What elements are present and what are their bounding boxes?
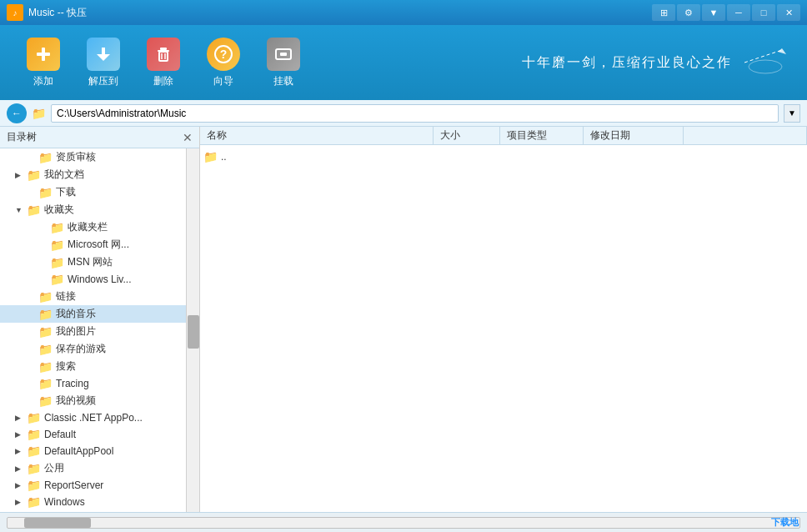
tree-item-windows[interactable]: ▶ 📁 Windows [0,494,199,510]
svg-rect-10 [280,53,287,56]
svg-rect-1 [37,53,50,56]
svg-text:?: ? [220,48,228,61]
guide-icon: ? [207,38,240,71]
col-date-header: 修改日期 [584,127,684,144]
tree-item-zizhishenhe[interactable]: 📁 资质审核 [0,148,199,166]
mount-label: 挂载 [273,74,293,88]
col-type-header: 项目类型 [500,127,584,144]
file-list-header: 名称 大小 项目类型 修改日期 [200,127,807,145]
back-button[interactable]: ← [7,103,27,123]
svg-point-13 [749,60,782,73]
extract-button[interactable]: 解压到 [77,33,130,93]
parent-folder-icon: 📁 [203,150,218,163]
col-name-header: 名称 [200,127,434,144]
tree-item-default[interactable]: ▶ 📁 Default [0,426,199,443]
window-controls: ⊞ ⚙ ▼ ─ □ ✕ [652,4,800,21]
tree-item-tracing[interactable]: 📁 Tracing [0,375,199,392]
toolbar: 添加 解压到 删除 [0,25,807,100]
file-item-parent[interactable]: 📁 .. [200,148,807,165]
sidebar-scroll-thumb [188,315,199,349]
svg-rect-2 [160,48,167,50]
extract-label: 解压到 [88,74,118,88]
sidebar-content[interactable]: 📁 资质审核 ▶ 📁 我的文档 📁 下载 ▼ 📁 收藏夹 📁 收藏 [0,148,199,512]
file-list: 名称 大小 项目类型 修改日期 📁 .. [200,127,807,512]
svg-marker-12 [778,48,786,54]
sidebar-header: 目录树 ✕ [0,127,199,148]
minimize-button[interactable]: ─ [727,4,750,21]
restore-button[interactable]: □ [752,4,775,21]
tree-item-wodewenjian[interactable]: ▶ 📁 我的文档 [0,166,199,183]
add-icon [27,38,60,71]
main-area: 目录树 ✕ 📁 资质审核 ▶ 📁 我的文档 📁 下载 ▼ 📁 [0,127,807,512]
sidebar: 目录树 ✕ 📁 资质审核 ▶ 📁 我的文档 📁 下载 ▼ 📁 [0,127,200,512]
brand-area: 十年磨一剑，压缩行业良心之作 [522,42,790,83]
status-bar: 下载地 [0,512,807,532]
tree-item-lianjie[interactable]: 📁 链接 [0,288,199,305]
address-input[interactable] [51,104,779,123]
guide-label: 向导 [213,74,233,88]
folder-icon: 📁 [32,107,46,120]
extract-icon [87,38,120,71]
add-button[interactable]: 添加 [17,33,70,93]
brand-plane-icon [740,42,790,83]
apps-button[interactable]: ⊞ [652,4,675,21]
delete-label: 删除 [153,74,173,88]
svg-line-11 [744,50,782,63]
sidebar-scrollbar[interactable] [186,148,199,512]
delete-icon [147,38,180,71]
tree-item-windowsliv[interactable]: 📁 Windows Liv... [0,271,199,288]
tree-item-shoucangJia[interactable]: ▼ 📁 收藏夹 [0,201,199,218]
arrow-button[interactable]: ▼ [702,4,725,21]
parent-folder-name: .. [221,151,227,163]
tree-item-sousuo[interactable]: 📁 搜索 [0,358,199,375]
horizontal-scrollbar[interactable] [7,517,800,529]
settings-button[interactable]: ⚙ [677,4,700,21]
tree-item-gongyong[interactable]: ▶ 📁 公用 [0,459,199,477]
file-list-content: 📁 .. [200,145,807,512]
toolbar-actions: 添加 解压到 删除 [17,33,310,93]
horizontal-scroll-thumb [24,518,91,528]
add-label: 添加 [33,74,53,88]
mount-icon [267,38,300,71]
tree-item-wodeshupin[interactable]: 📁 我的视频 [0,392,199,409]
delete-button[interactable]: 删除 [137,33,190,93]
brand-text: 十年磨一剑，压缩行业良心之作 [522,54,732,72]
address-bar: ← 📁 ▼ [0,100,807,127]
tree-item-baocunyouxi[interactable]: 📁 保存的游戏 [0,340,199,358]
tree-item-xiazai[interactable]: 📁 下载 [0,183,199,201]
close-button[interactable]: ✕ [777,4,800,21]
app-icon: ♪ [7,4,23,21]
window-title: Music -- 快压 [28,6,652,20]
sidebar-close-button[interactable]: ✕ [183,131,193,144]
title-bar: ♪ Music -- 快压 ⊞ ⚙ ▼ ─ □ ✕ [0,0,807,25]
guide-button[interactable]: ? 向导 [197,33,250,93]
mount-button[interactable]: 挂载 [257,33,310,93]
status-logo: 下载地 [771,516,799,529]
svg-rect-4 [159,52,168,61]
tree-item-defaultapppool[interactable]: ▶ 📁 DefaultAppPool [0,443,199,459]
col-size-header: 大小 [434,127,500,144]
tree-item-classicnet[interactable]: ▶ 📁 Classic .NET AppPo... [0,409,199,426]
tree-item-reportserver[interactable]: ▶ 📁 ReportServer [0,477,199,494]
tree-item-msn[interactable]: 📁 MSN 网站 [0,253,199,271]
address-dropdown[interactable]: ▼ [784,104,800,123]
tree-item-wodeyinyue[interactable]: 📁 我的音乐 [0,305,199,323]
tree-item-shoucangJiaLan[interactable]: 📁 收藏夹栏 [0,218,199,236]
tree-item-microsoft[interactable]: 📁 Microsoft 网... [0,236,199,253]
tree-item-wodetupian[interactable]: 📁 我的图片 [0,323,199,340]
col-extra-header [684,127,807,144]
sidebar-title: 目录树 [7,130,37,144]
